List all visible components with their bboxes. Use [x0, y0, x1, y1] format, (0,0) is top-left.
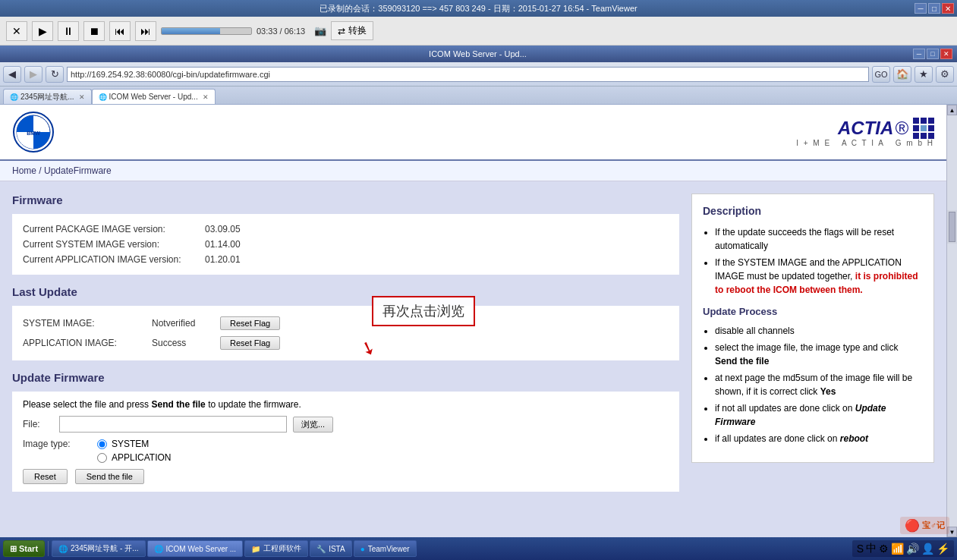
taskbar-icon-engineer: 📁 — [251, 545, 260, 553]
last-update-section: Last Update SYSTEM IMAGE: Notverified Re… — [12, 285, 679, 360]
browse-button[interactable]: 浏览... — [293, 417, 333, 433]
scroll-up[interactable]: ▲ — [947, 105, 957, 115]
tv-progress-bar[interactable] — [161, 27, 252, 35]
last-update-table: SYSTEM IMAGE: Notverified Reset Flag APP… — [12, 306, 679, 360]
taskbar-item-ista[interactable]: 🔧 ISTA — [310, 540, 351, 557]
bmw-logo: BMW — [12, 111, 55, 153]
update-firmware-body: Please select the file and press Send th… — [12, 392, 679, 492]
scroll-thumb[interactable] — [949, 212, 955, 242]
send-file-button[interactable]: Send the file — [75, 469, 144, 484]
go-button[interactable]: GO — [872, 66, 890, 83]
main-panel: Firmware Current PACKAGE IMAGE version: … — [12, 193, 679, 501]
browser-window-buttons: ─ □ ✕ — [913, 49, 952, 59]
forward-button[interactable]: ▶ — [24, 66, 42, 83]
favorites-button[interactable]: ★ — [915, 66, 933, 83]
browser-minimize-button[interactable]: ─ — [913, 49, 925, 59]
tab-2345-close[interactable]: ✕ — [79, 93, 85, 101]
breadcrumb-current: UpdateFirmware — [44, 165, 112, 176]
tray-icon-1[interactable]: ⚙ — [879, 543, 889, 555]
radio-application-row: APPLICATION — [97, 452, 171, 463]
tray-icons: S 中 ⚙ 📶 🔊 👤 ⚡ — [852, 540, 954, 557]
taskbar-icon-ista: 🔧 — [316, 545, 326, 553]
reset-flag-1-button[interactable]: Reset Flag — [220, 316, 280, 330]
taskbar: ⊞ Start 🌐 2345网址导航 - 开... 🌐 ICOM Web Ser… — [0, 537, 957, 560]
taskbar-item-engineer[interactable]: 📁 工程师软件 — [244, 540, 308, 557]
tv-toolbar: ✕ ▶ ⏸ ⏹ ⏮ ⏭ 03:33 / 06:13 📷 ⇄ 转换 — [0, 17, 957, 46]
proc-item-1: disable all channels — [715, 324, 923, 338]
file-input[interactable] — [59, 416, 287, 433]
taskbar-item-icom[interactable]: 🌐 ICOM Web Server ... — [147, 540, 244, 557]
actia-logo: ACTIA ® I + M E A C T I A G m b H — [796, 118, 934, 147]
tray-icon-3[interactable]: 🔊 — [906, 543, 919, 555]
taskbar-item-teamviewer[interactable]: ● TeamViewer — [354, 540, 417, 557]
tray-icon-5[interactable]: ⚡ — [937, 543, 949, 555]
home-button[interactable]: 🏠 — [893, 66, 911, 83]
proc-item-3: at next page the md5sum of the image fil… — [715, 371, 923, 398]
svg-text:BMW: BMW — [27, 131, 40, 136]
tab-icom-close[interactable]: ✕ — [203, 93, 209, 101]
convert-icon: ⇄ — [338, 26, 345, 36]
watermark: 🔴 宝♂记 — [900, 517, 949, 534]
taskbar-item-2345[interactable]: 🌐 2345网址导航 - 开... — [52, 540, 145, 557]
tray-icon-2[interactable]: 📶 — [891, 543, 904, 555]
tv-close-button[interactable]: ✕ — [942, 3, 954, 14]
refresh-button[interactable]: ↻ — [46, 66, 64, 83]
reset-button[interactable]: Reset — [23, 469, 68, 484]
desc-item-1: If the update succeeds the flags will be… — [715, 225, 923, 253]
breadcrumb: Home / UpdateFirmware — [0, 161, 946, 181]
tray-icon-zh[interactable]: 中 — [866, 542, 877, 555]
watermark-s-icon: 🔴 — [905, 518, 920, 533]
tv-pause-button[interactable]: ⏸ — [58, 21, 79, 41]
taskbar-icon-teamviewer: ● — [360, 545, 365, 553]
radio-application[interactable] — [97, 453, 107, 463]
radio-system-row: SYSTEM — [97, 439, 171, 449]
file-row: File: 浏览... — [23, 416, 669, 433]
browser-frame: ICOM Web Server - Upd... ─ □ ✕ ◀ ▶ ↻ GO … — [0, 46, 957, 537]
tv-convert-button[interactable]: ⇄ 转换 — [331, 21, 373, 40]
pkg-row: Current PACKAGE IMAGE version: 03.09.05 — [23, 222, 669, 237]
scrollbar[interactable]: ▲ ▼ — [946, 105, 957, 537]
tv-time-display: 03:33 / 06:13 — [257, 27, 305, 36]
proc-item-5: if all updates are done click on reboot — [715, 432, 923, 445]
proc-item-4: if not all updates are done click on Upd… — [715, 401, 923, 429]
tv-forward-button[interactable]: ⏭ — [135, 21, 156, 41]
bottom-buttons: Reset Send the file — [23, 469, 669, 484]
page-header: BMW ACTIA ® — [0, 105, 946, 161]
image-type-row: Image type: SYSTEM — [23, 439, 669, 463]
tv-minimize-button[interactable]: ─ — [915, 3, 927, 14]
last-update-title: Last Update — [12, 285, 679, 298]
radio-system[interactable] — [97, 439, 107, 449]
settings-button[interactable]: ⚙ — [936, 66, 954, 83]
description-list: If the update succeeds the flags will be… — [703, 225, 923, 297]
breadcrumb-home-link[interactable]: Home — [12, 165, 36, 176]
browser-maximize-button[interactable]: □ — [927, 49, 939, 59]
tab-icom[interactable]: 🌐 ICOM Web Server - Upd... ✕ — [92, 89, 216, 104]
tray-icon-4[interactable]: 👤 — [921, 543, 934, 555]
annotation-popup: 再次点击浏览 — [372, 296, 475, 326]
sys-row: Current SYSTEM IMAGE version: 01.14.00 — [23, 237, 669, 252]
start-icon: ⊞ — [10, 544, 17, 554]
back-button[interactable]: ◀ — [3, 66, 21, 83]
tv-title-text: 已录制的会话：359093120 ==> 457 803 249 - 日期：20… — [320, 3, 637, 14]
browser-titlebar: ICOM Web Server - Upd... ─ □ ✕ — [0, 46, 957, 62]
start-button[interactable]: ⊞ Start — [3, 540, 45, 557]
actia-subtitle: I + M E A C T I A G m b H — [796, 139, 934, 147]
tv-play-button[interactable]: ▶ — [32, 21, 53, 41]
app-image-row: APPLICATION IMAGE: Success Reset Flag — [23, 333, 669, 353]
firmware-info-table: Current PACKAGE IMAGE version: 03.09.05 … — [12, 214, 679, 275]
browser-close-button[interactable]: ✕ — [940, 49, 952, 59]
page-body: Firmware Current PACKAGE IMAGE version: … — [0, 181, 946, 513]
tv-stop2-button[interactable]: ⏹ — [83, 21, 105, 41]
tv-stop-button[interactable]: ✕ — [6, 21, 27, 41]
browser-title-text: ICOM Web Server - Upd... — [42, 49, 913, 58]
address-bar[interactable] — [67, 67, 869, 82]
reset-flag-2-button[interactable]: Reset Flag — [220, 336, 280, 350]
tray-icon-s[interactable]: S — [857, 543, 864, 555]
tab-2345[interactable]: 🌐 2345网址导航... ✕ — [3, 89, 92, 104]
firmware-title: Firmware — [12, 193, 679, 206]
taskbar-icon-2345: 🌐 — [58, 545, 68, 553]
tv-maximize-button[interactable]: □ — [928, 3, 940, 14]
description-box: Description If the update succeeds the f… — [691, 193, 934, 463]
update-process-title: Update Process — [703, 304, 923, 319]
tv-rewind-button[interactable]: ⏮ — [109, 21, 131, 41]
